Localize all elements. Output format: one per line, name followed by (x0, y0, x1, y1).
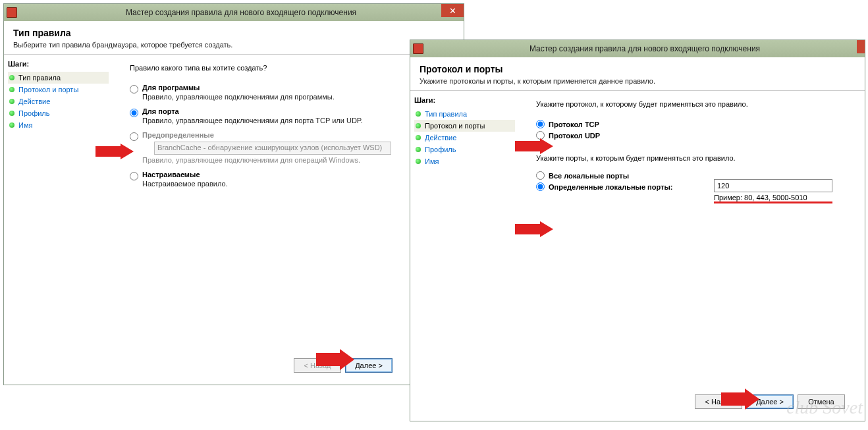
page-title: Протокол и порты (420, 64, 855, 74)
step-name[interactable]: Имя (8, 119, 109, 131)
option-predefined-desc: Правило, управляющее подключениями для о… (142, 156, 452, 164)
port-input[interactable] (714, 179, 832, 192)
predefined-dropdown[interactable]: BranchCache - обнаружение кэширующих узл… (154, 142, 391, 155)
bullet-icon (416, 135, 421, 140)
radio-specific-ports[interactable] (536, 182, 545, 191)
page-title: Тип правила (13, 28, 454, 38)
radio-program[interactable] (130, 85, 138, 94)
wizard-footer: < Назад Далее > Отмена (536, 389, 853, 414)
bullet-icon (416, 111, 421, 117)
next-button[interactable]: Далее > (746, 394, 794, 409)
titlebar: Мастер создания правила для нового входя… (410, 40, 865, 57)
port-hint: Пример: 80, 443, 5000-5010 (714, 194, 853, 202)
option-udp[interactable]: Протокол UDP (536, 131, 853, 140)
tcp-label: Протокол TCP (549, 121, 599, 128)
option-tcp[interactable]: Протокол TCP (536, 120, 853, 128)
step-action[interactable]: Действие (414, 132, 515, 144)
step-protocol[interactable]: Протокол и порты (8, 84, 109, 95)
option-custom[interactable]: Настраиваемые Настраиваемое правило. (130, 171, 452, 188)
page-subtitle: Выберите тип правила брандмауэра, которо… (13, 41, 454, 49)
window-title: Мастер создания правила для нового входя… (21, 8, 461, 17)
radio-predefined[interactable] (130, 132, 138, 141)
bullet-icon (9, 87, 14, 92)
steps-sidebar: Шаги: Тип правила Протокол и порты Дейст… (4, 55, 113, 385)
radio-custom[interactable] (130, 172, 138, 180)
wizard-window-protocol-ports: Мастер создания правила для нового входя… (410, 40, 865, 421)
cancel-button[interactable]: Отмена (798, 394, 845, 409)
bullet-icon (9, 111, 14, 116)
window-title: Мастер создания правила для нового входя… (427, 44, 862, 53)
option-custom-label: Настраиваемые (142, 171, 200, 178)
radio-all-ports[interactable] (536, 171, 545, 180)
protocol-prompt: Укажите протокол, к которому будет приме… (536, 100, 853, 108)
steps-sidebar: Шаги: Тип правила Протокол и порты Дейст… (410, 91, 519, 421)
bullet-icon (9, 122, 14, 128)
step-protocol[interactable]: Протокол и порты (414, 120, 515, 132)
step-action[interactable]: Действие (8, 95, 109, 107)
bullet-icon (416, 123, 421, 128)
wizard-footer: < Назад Далее > Отмена (130, 353, 452, 378)
wizard-header: Тип правила Выберите тип правила брандма… (4, 21, 464, 55)
option-custom-desc: Настраиваемое правило. (142, 180, 228, 188)
steps-label: Шаги: (8, 60, 109, 68)
radio-port[interactable] (130, 109, 138, 117)
option-predefined-label: Предопределенные (142, 131, 214, 139)
back-button[interactable]: < Назад (695, 394, 742, 409)
option-program-desc: Правило, управляющее подключениями для п… (142, 93, 335, 101)
bullet-icon (9, 99, 14, 104)
bullet-icon (416, 147, 421, 152)
step-name[interactable]: Имя (414, 155, 515, 167)
step-rule-type[interactable]: Тип правила (414, 108, 515, 120)
back-button[interactable]: < Назад (294, 358, 341, 373)
option-port[interactable]: Для порта Правило, управляющее подключен… (130, 107, 452, 124)
step-rule-type[interactable]: Тип правила (8, 72, 109, 84)
close-icon: ✕ (449, 7, 456, 15)
option-program-label: Для программы (142, 84, 200, 92)
titlebar: Мастер создания правила для нового входя… (4, 4, 464, 21)
page-subtitle: Укажите протоколы и порты, к которым при… (420, 77, 855, 85)
bullet-icon (9, 75, 14, 80)
close-button[interactable]: ✕ (441, 4, 464, 17)
option-port-label: Для порта (142, 107, 179, 115)
bullet-icon (416, 159, 421, 164)
option-program[interactable]: Для программы Правило, управляющее подкл… (130, 84, 452, 101)
firewall-icon (413, 43, 423, 54)
radio-udp[interactable] (536, 131, 545, 140)
option-predefined[interactable]: Предопределенные BranchCache - обнаружен… (130, 131, 452, 164)
firewall-icon (7, 7, 17, 18)
step-profile[interactable]: Профиль (414, 144, 515, 155)
highlight-underline (714, 202, 832, 203)
next-button[interactable]: Далее > (345, 358, 393, 373)
wizard-header: Протокол и порты Укажите протоколы и пор… (410, 57, 865, 91)
step-profile[interactable]: Профиль (8, 107, 109, 119)
steps-label: Шаги: (414, 96, 515, 104)
radio-tcp[interactable] (536, 120, 545, 128)
specific-ports-label: Определенные локальные порты: (549, 183, 672, 191)
type-prompt: Правило какого типа вы хотите создать? (130, 64, 452, 72)
wizard-window-rule-type: Мастер создания правила для нового входя… (3, 3, 464, 385)
all-ports-label: Все локальные порты (549, 172, 629, 180)
content-pane: Укажите протокол, к которому будет приме… (519, 91, 865, 421)
ports-prompt: Укажите порты, к которым будет применять… (536, 154, 853, 162)
option-port-desc: Правило, управляющее подключениями для п… (142, 117, 363, 124)
udp-label: Протокол UDP (549, 132, 600, 140)
close-button[interactable] (857, 40, 865, 53)
